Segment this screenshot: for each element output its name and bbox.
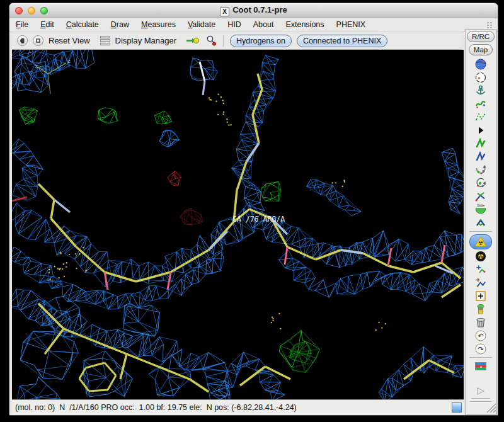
toolbar-separator	[469, 357, 492, 358]
run-refmac-flag-icon[interactable]	[470, 360, 491, 373]
menu-phenix[interactable]: PHENIX	[336, 20, 366, 29]
axis-z-label: z	[67, 58, 71, 64]
phenix-connection-button[interactable]: Connected to PHENIX	[297, 35, 387, 47]
rigid-body-fit-icon[interactable]	[470, 98, 491, 110]
smiles-molecule-icon[interactable]	[205, 35, 217, 47]
density-mesh-art	[12, 50, 464, 399]
square-icon	[34, 37, 42, 45]
menu-draw[interactable]: Draw	[111, 20, 129, 29]
undo-icon[interactable]: ↶	[470, 329, 491, 342]
svg-text:↷: ↷	[478, 345, 483, 353]
menu-calculate[interactable]: Calculate	[66, 20, 99, 29]
center-atom-label: CA /76 ARG/A	[232, 215, 285, 224]
nav-back-button[interactable]	[17, 35, 28, 46]
rotate-translate-zone-icon[interactable]	[470, 164, 491, 176]
menu-bar: File Edit Calculate Draw Measures Valida…	[9, 18, 498, 31]
add-terminal-residue-icon[interactable]: +	[470, 263, 491, 276]
status-bar: (mol. no: 0) N /1/A/160 PRO occ: 1.00 bf…	[12, 399, 464, 415]
arc-back-icon	[18, 37, 26, 45]
rotate-sphere-icon[interactable]	[470, 177, 491, 190]
mutate-autofit-button[interactable]: ☢	[469, 234, 492, 249]
main-toolbar: Reset View Display Manager Hydrogens on …	[12, 31, 462, 50]
hydrogens-toggle-button[interactable]: Hydrogens on	[230, 35, 292, 47]
delete-item-icon[interactable]	[470, 316, 491, 329]
window-title: XCoot 0.7.1-pre	[9, 5, 498, 16]
map-button[interactable]: Map	[469, 44, 493, 55]
regularize-zone-icon[interactable]	[470, 151, 491, 163]
toolbar-separator	[469, 231, 492, 232]
auto-fit-rotamer-icon[interactable]	[470, 190, 491, 203]
rrc-button[interactable]: R/RC	[467, 31, 495, 42]
resize-grip-icon[interactable]	[468, 403, 496, 413]
panel-grip[interactable]	[470, 401, 491, 402]
menu-about[interactable]: About	[253, 20, 274, 29]
mask-paint-icon[interactable]	[470, 303, 491, 316]
menu-file[interactable]: File	[16, 20, 28, 29]
anchor-fix-atoms-icon[interactable]	[470, 84, 491, 97]
menu-hid[interactable]: HID	[227, 20, 241, 29]
graphics-viewport[interactable]: CA /76 ARG/A x z	[12, 50, 464, 399]
svg-text:↶: ↶	[478, 332, 483, 340]
nav-center-button[interactable]	[33, 35, 43, 46]
real-space-refine-icon[interactable]	[470, 137, 491, 150]
title-bar[interactable]: XCoot 0.7.1-pre	[9, 3, 498, 19]
menu-grip[interactable]	[486, 21, 493, 29]
menu-validate[interactable]: Validate	[188, 20, 215, 29]
toolbar-separator	[223, 35, 224, 47]
svg-text:+: +	[476, 263, 481, 271]
more-tools-icon[interactable]	[470, 124, 491, 137]
fragment-fit-icon[interactable]	[470, 111, 491, 123]
menu-edit[interactable]: Edit	[40, 20, 54, 29]
modelling-toolbar: R/RC Map	[465, 29, 496, 415]
simple-mutate-icon[interactable]: ☢	[470, 250, 491, 263]
edit-chi-angles-icon[interactable]: Side	[470, 203, 491, 216]
coot-window: XCoot 0.7.1-pre File Edit Calculate Draw…	[9, 3, 498, 416]
radiation-triangle-icon: ☢	[474, 236, 488, 248]
status-scale-box[interactable]	[452, 402, 462, 413]
redo-icon[interactable]: ↷	[470, 343, 491, 355]
add-alt-conf-icon[interactable]: +	[470, 277, 491, 289]
go-to-ligand-icon[interactable]	[185, 35, 200, 46]
panel-grip[interactable]	[471, 398, 490, 399]
display-manager-icon	[100, 36, 110, 45]
status-text: (mol. no: 0) N /1/A/160 PRO occ: 1.00 bf…	[12, 403, 297, 412]
recentre-target-icon[interactable]	[470, 71, 491, 84]
menu-measures[interactable]: Measures	[141, 20, 176, 29]
x11-icon: X	[220, 7, 229, 16]
svg-text:☢: ☢	[478, 240, 483, 246]
reset-view-button[interactable]: Reset View	[49, 36, 90, 45]
svg-text:+: +	[476, 277, 481, 283]
flip-sidechain-icon[interactable]	[470, 217, 491, 229]
toolbar-expand-icon[interactable]: ▷	[470, 384, 491, 397]
place-atom-pointer-icon[interactable]	[470, 290, 491, 302]
axis-x-label: x	[35, 63, 38, 69]
globe-icon[interactable]	[470, 58, 491, 71]
display-manager-button[interactable]: Display Manager	[115, 36, 177, 45]
menu-extensions[interactable]: Extensions	[285, 20, 324, 29]
